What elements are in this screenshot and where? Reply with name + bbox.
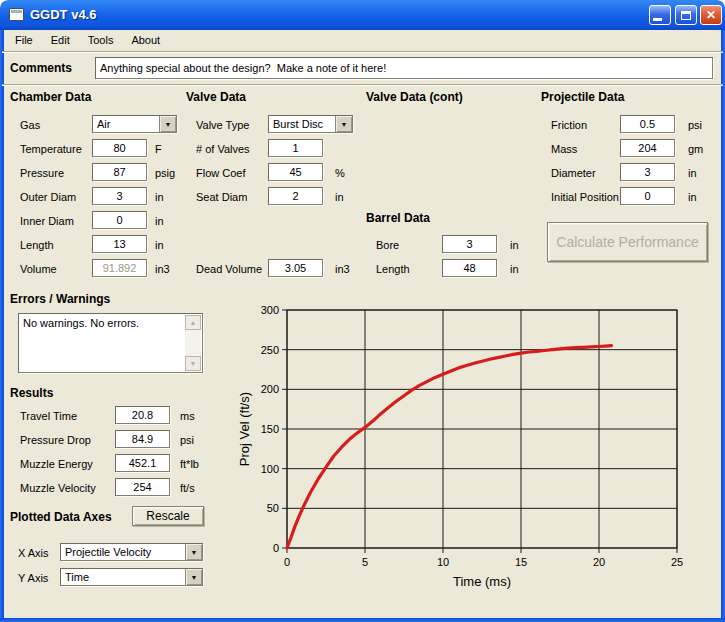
minimize-icon: [653, 18, 662, 21]
plotted-data-axes-header: Plotted Data Axes: [10, 510, 112, 524]
gas-select[interactable]: Air ▼: [92, 115, 177, 133]
separator: [2, 84, 723, 86]
y-axis-select[interactable]: Time ▼: [60, 568, 203, 586]
valve-type-select[interactable]: Burst Disc ▼: [268, 115, 353, 133]
dead-volume-label: Dead Volume: [196, 263, 262, 275]
pressure-drop-label: Pressure Drop: [20, 434, 91, 446]
y-tick-label: 150: [261, 423, 279, 435]
travel-time-field[interactable]: [115, 406, 170, 424]
muzzle-velocity-label: Muzzle Velocity: [20, 482, 96, 494]
temperature-field[interactable]: [92, 139, 147, 157]
menu-tools[interactable]: Tools: [79, 32, 123, 49]
x-tick-label: 15: [515, 556, 527, 568]
close-button[interactable]: ✕: [700, 5, 722, 25]
y-tick-label: 300: [261, 304, 279, 316]
temperature-label: Temperature: [20, 143, 82, 155]
initial-position-unit: in: [688, 191, 697, 203]
chamber-data-header: Chamber Data: [10, 90, 91, 104]
travel-time-label: Travel Time: [20, 410, 77, 422]
x-axis-select[interactable]: Projectile Velocity ▼: [60, 543, 203, 561]
gas-select-value: Air: [93, 116, 159, 132]
muzzle-energy-field[interactable]: [115, 454, 170, 472]
x-axis-select-value: Projectile Velocity: [61, 544, 185, 560]
volume-unit: in3: [155, 263, 170, 275]
chamber-length-label: Length: [20, 239, 54, 251]
maximize-button[interactable]: [675, 5, 697, 25]
scrollbar[interactable]: ▲ ▼: [185, 315, 201, 371]
outer-diam-unit: in: [155, 191, 164, 203]
chevron-down-icon: ▼: [159, 116, 176, 132]
menu-about[interactable]: About: [122, 32, 169, 49]
initial-position-field[interactable]: [620, 187, 675, 205]
valve-type-label: Valve Type: [196, 119, 249, 131]
bore-label: Bore: [376, 239, 399, 251]
diameter-label: Diameter: [551, 167, 596, 179]
errors-warnings-text: No warnings. No errors.: [23, 317, 182, 329]
window-border-bottom: [0, 618, 725, 622]
chamber-length-unit: in: [155, 239, 164, 251]
calculate-performance-button[interactable]: Calculate Performance: [547, 222, 708, 262]
num-valves-field[interactable]: [268, 139, 323, 157]
x-tick-label: 25: [671, 556, 683, 568]
muzzle-velocity-field[interactable]: [115, 478, 170, 496]
x-tick-label: 20: [593, 556, 605, 568]
y-axis-select-label: Y Axis: [18, 572, 48, 584]
diameter-field[interactable]: [620, 163, 675, 181]
seat-diam-field[interactable]: [268, 187, 323, 205]
scroll-down-icon[interactable]: ▼: [185, 356, 201, 371]
flow-coef-field[interactable]: [268, 163, 323, 181]
mass-field[interactable]: [620, 139, 675, 157]
valve-data-header: Valve Data: [186, 90, 246, 104]
volume-label: Volume: [20, 263, 57, 275]
muzzle-energy-label: Muzzle Energy: [20, 458, 93, 470]
inner-diam-label: Inner Diam: [20, 215, 74, 227]
friction-field[interactable]: [620, 115, 675, 133]
close-icon: ✕: [706, 9, 716, 21]
mass-label: Mass: [551, 143, 577, 155]
temperature-unit: F: [155, 143, 162, 155]
scroll-up-icon[interactable]: ▲: [185, 315, 201, 330]
mass-unit: gm: [688, 143, 703, 155]
barrel-length-label: Length: [376, 263, 410, 275]
results-header: Results: [10, 386, 53, 400]
seat-diam-label: Seat Diam: [196, 191, 247, 203]
bore-field[interactable]: [442, 235, 497, 253]
errors-warnings-box[interactable]: No warnings. No errors. ▲ ▼: [18, 313, 203, 373]
y-tick-label: 200: [261, 383, 279, 395]
chevron-down-icon: ▼: [335, 116, 352, 132]
rescale-button[interactable]: Rescale: [132, 506, 204, 526]
projectile-data-header: Projectile Data: [541, 90, 624, 104]
pressure-drop-unit: psi: [180, 434, 194, 446]
volume-field: [92, 259, 147, 277]
inner-diam-field[interactable]: [92, 211, 147, 229]
x-tick-label: 5: [362, 556, 368, 568]
comments-label: Comments: [10, 61, 72, 75]
y-tick-label: 250: [261, 344, 279, 356]
dead-volume-field[interactable]: [268, 259, 323, 277]
menubar: File Edit Tools About: [2, 30, 723, 51]
minimize-button[interactable]: [649, 5, 671, 25]
barrel-length-unit: in: [510, 263, 519, 275]
y-tick-label: 50: [267, 502, 279, 514]
flow-coef-label: Flow Coef: [196, 167, 246, 179]
menu-edit[interactable]: Edit: [42, 32, 79, 49]
titlebar[interactable]: GGDT v4.6 ✕: [0, 0, 725, 30]
menu-file[interactable]: File: [6, 32, 42, 49]
friction-label: Friction: [551, 119, 587, 131]
comments-input[interactable]: [95, 57, 713, 79]
outer-diam-field[interactable]: [92, 187, 147, 205]
y-axis-label: Proj Vel (ft/s): [237, 392, 252, 466]
barrel-length-field[interactable]: [442, 259, 497, 277]
chamber-length-field[interactable]: [92, 235, 147, 253]
valve-type-select-value: Burst Disc: [269, 116, 335, 132]
velocity-curve: [287, 346, 612, 548]
initial-position-label: Initial Position: [551, 191, 619, 203]
app-icon: [9, 8, 24, 21]
chevron-down-icon: ▼: [185, 569, 202, 585]
maximize-icon: [681, 11, 691, 20]
travel-time-unit: ms: [180, 410, 195, 422]
pressure-field[interactable]: [92, 163, 147, 181]
pressure-drop-field[interactable]: [115, 430, 170, 448]
plot-border: [287, 310, 677, 548]
x-tick-label: 0: [284, 556, 290, 568]
